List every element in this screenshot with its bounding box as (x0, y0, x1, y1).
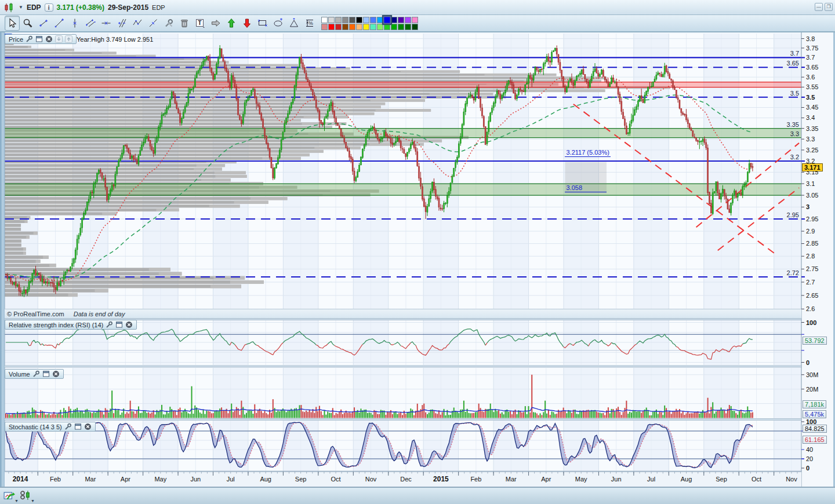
volume-panel-header: Volume (5, 369, 64, 379)
close-icon[interactable] (52, 370, 60, 378)
palette-color[interactable] (377, 24, 383, 30)
svg-text:Jul: Jul (647, 476, 655, 483)
palette-color[interactable] (342, 24, 348, 30)
palette-color[interactable] (342, 17, 348, 23)
tool-ellipse-icon[interactable] (271, 16, 286, 31)
palette-color[interactable] (398, 24, 404, 30)
tool-channel-icon[interactable] (83, 16, 98, 31)
window-icon[interactable] (35, 35, 43, 43)
tool-arrow-up-icon[interactable] (224, 16, 239, 31)
palette-color[interactable] (370, 17, 376, 23)
window-icon[interactable] (74, 423, 82, 430)
tool-zigzag-icon[interactable] (130, 16, 145, 31)
info-icon[interactable]: i (45, 3, 53, 12)
price-panel-title: Price (9, 36, 23, 43)
svg-text:0: 0 (806, 465, 809, 472)
svg-text:Feb: Feb (470, 476, 481, 483)
palette-color[interactable] (405, 24, 411, 30)
link-caret-icon[interactable]: ▼ (31, 499, 35, 503)
palette-color[interactable] (356, 17, 362, 23)
svg-text:Oct: Oct (331, 476, 341, 483)
palette-color[interactable] (370, 24, 376, 30)
move-down-icon[interactable] (55, 35, 63, 43)
settings-icon[interactable] (106, 321, 113, 328)
symbol-dropdown-caret[interactable]: ▼ (19, 5, 23, 10)
exchange-code: EDP (152, 4, 165, 11)
palette-color[interactable] (383, 16, 391, 24)
palette-color[interactable] (335, 24, 342, 30)
window-icon[interactable] (42, 370, 50, 378)
svg-text:100: 100 (806, 319, 816, 326)
stoch-d-badge: 61.165 (803, 436, 827, 444)
close-icon[interactable] (125, 321, 133, 328)
restore-icon[interactable]: ❐ (825, 3, 833, 11)
export-chart-icon[interactable]: ▼ (3, 490, 16, 502)
palette-color[interactable] (321, 17, 328, 23)
close-icon[interactable] (84, 423, 92, 430)
palette-color[interactable] (412, 17, 418, 23)
tool-text-icon[interactable]: T (193, 16, 208, 31)
palette-color[interactable] (321, 24, 328, 30)
fib-retracement-label[interactable]: 3.2117 (5.03%) (565, 149, 610, 157)
svg-text:3.7: 3.7 (806, 54, 815, 61)
stochastic-panel-title: Stochastic (14 3 5) (9, 423, 62, 430)
export-caret-icon[interactable]: ▼ (14, 499, 19, 503)
tool-ray-icon[interactable] (146, 16, 161, 31)
palette-color[interactable] (377, 17, 383, 23)
tool-horizontal-line-icon[interactable] (99, 16, 114, 31)
palette-color[interactable] (349, 17, 355, 23)
svg-text:3.75: 3.75 (806, 45, 818, 52)
tool-triangle-icon[interactable] (286, 16, 302, 31)
palette-color[interactable] (335, 17, 342, 23)
palette-color[interactable] (363, 24, 369, 30)
tool-percent-measure-icon[interactable]: % (302, 16, 317, 31)
chart-plot-area[interactable]: 2.62.652.72.752.82.852.92.9533.053.13.15… (0, 0, 835, 504)
tool-zoom-icon[interactable] (20, 16, 35, 31)
palette-color[interactable] (328, 24, 335, 30)
svg-text:3: 3 (806, 203, 809, 210)
tool-pointer-icon[interactable] (5, 16, 20, 31)
tool-settings-icon[interactable] (161, 16, 176, 31)
palette-color[interactable] (363, 17, 369, 23)
candlestick-logo-icon (3, 2, 15, 13)
svg-text:Mar: Mar (506, 476, 517, 483)
minimize-icon[interactable]: — (815, 3, 823, 11)
svg-text:Jun: Jun (190, 476, 201, 483)
tool-trash-icon[interactable] (177, 16, 192, 31)
support-level-label[interactable]: 3.058 (565, 184, 607, 192)
svg-text:3.8: 3.8 (806, 35, 815, 42)
tool-fan-lines-icon[interactable] (114, 16, 129, 31)
close-icon[interactable] (45, 35, 53, 43)
svg-text:2.95: 2.95 (806, 216, 818, 222)
tool-segment-icon[interactable] (36, 16, 51, 31)
palette-color[interactable] (391, 17, 397, 23)
palette-color[interactable] (412, 24, 418, 30)
palette-color[interactable] (405, 17, 411, 23)
tool-vertical-line-icon[interactable] (67, 16, 82, 31)
svg-text:2.65: 2.65 (806, 292, 818, 299)
palette-color[interactable] (398, 17, 404, 23)
palette-color[interactable] (349, 24, 355, 30)
palette-color[interactable] (384, 24, 390, 30)
move-up-icon[interactable] (65, 35, 72, 43)
link-candle-icon[interactable]: ▼ (20, 490, 32, 502)
svg-text:2014: 2014 (13, 475, 28, 483)
tool-arrow-down-icon[interactable] (239, 16, 255, 31)
svg-text:Sep: Sep (716, 476, 727, 483)
palette-color[interactable] (391, 24, 397, 30)
rsi-value-badge: 53.792 (803, 337, 827, 345)
tool-trendline-icon[interactable] (52, 16, 67, 31)
settings-icon[interactable] (64, 423, 72, 430)
svg-text:3.1: 3.1 (806, 180, 815, 187)
tool-arrow-right-icon[interactable] (208, 16, 223, 31)
settings-icon[interactable] (32, 370, 40, 378)
last-price: 3.171 (+0.38%) (57, 3, 104, 12)
volume-last-badge: 7,181k (803, 400, 826, 408)
window-icon[interactable] (115, 321, 123, 328)
settings-icon[interactable] (26, 35, 33, 43)
palette-color[interactable] (356, 24, 362, 30)
palette-color[interactable] (328, 17, 335, 23)
tool-rectangle-icon[interactable] (255, 16, 270, 31)
svg-text:3.55: 3.55 (806, 83, 818, 90)
tool-buttons: T% (5, 16, 318, 31)
